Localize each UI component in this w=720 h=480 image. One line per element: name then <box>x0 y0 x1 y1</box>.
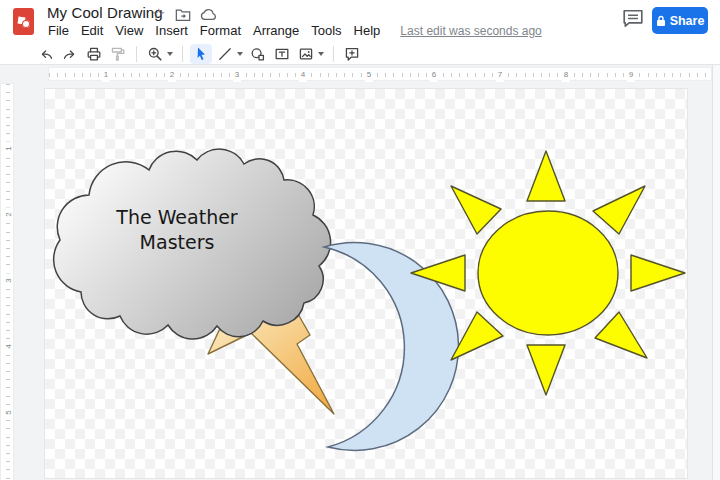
line-dropdown-caret[interactable] <box>237 52 243 56</box>
toolbar-divider <box>333 46 334 62</box>
ruler-number: 3 <box>233 68 241 82</box>
menu-arrange[interactable]: Arrange <box>247 22 305 40</box>
menu-tools[interactable]: Tools <box>305 22 347 40</box>
sun-ray-top <box>527 151 565 201</box>
share-label: Share <box>670 14 705 28</box>
last-edit-link[interactable]: Last edit was seconds ago <box>400 24 541 38</box>
toolbar-divider <box>182 46 183 62</box>
vertical-ruler[interactable]: 1 2 3 4 5 <box>0 83 14 480</box>
vertical-scrollbar[interactable] <box>712 65 720 480</box>
share-button[interactable]: Share <box>652 7 708 34</box>
sun-ray-right <box>631 255 685 291</box>
toolbar <box>0 44 720 64</box>
sun-ray-bottom-right <box>595 312 647 358</box>
sun-body <box>478 211 618 335</box>
menu-edit[interactable]: Edit <box>75 22 109 40</box>
google-drawings-window: My Cool Drawing ☆ File Edit View Insert … <box>0 0 720 480</box>
ruler-number: 7 <box>496 68 504 82</box>
sun-ray-top-left <box>451 186 501 234</box>
insert-comment-button[interactable] <box>341 44 363 64</box>
drawings-logo[interactable] <box>13 8 34 35</box>
menu-view[interactable]: View <box>109 22 149 40</box>
ruler-number: 2 <box>168 68 176 82</box>
sun-ray-top-right <box>593 186 645 234</box>
drawing-canvas[interactable]: The Weather Masters <box>44 88 688 479</box>
star-icon[interactable]: ☆ <box>152 6 165 22</box>
menu-help[interactable]: Help <box>348 22 387 40</box>
horizontal-ruler[interactable]: 1 2 3 4 5 6 7 8 9 <box>48 67 712 81</box>
ruler-ticks <box>49 73 711 77</box>
ruler-number: 5 <box>365 68 373 82</box>
select-tool-button[interactable] <box>190 44 212 64</box>
image-dropdown-caret[interactable] <box>318 52 324 56</box>
ruler-number: 1 <box>4 142 13 156</box>
logo-circle <box>22 20 30 28</box>
ruler-number: 6 <box>430 68 438 82</box>
sun-shape[interactable] <box>411 151 685 395</box>
undo-button[interactable] <box>35 44 57 64</box>
redo-button[interactable] <box>59 44 81 64</box>
ruler-number: 3 <box>4 274 13 288</box>
ruler-number: 5 <box>4 406 13 420</box>
print-button[interactable] <box>83 44 105 64</box>
workspace: 1 2 3 4 5 6 7 8 9 1 2 3 4 5 <box>0 64 720 480</box>
ruler-number: 4 <box>299 68 307 82</box>
ruler-number: 4 <box>4 340 13 354</box>
comment-history-button[interactable] <box>622 9 646 31</box>
document-title[interactable]: My Cool Drawing <box>47 4 163 21</box>
insert-image-button[interactable] <box>295 44 317 64</box>
menu-bar: File Edit View Insert Format Arrange Too… <box>42 22 542 40</box>
ruler-number: 2 <box>4 208 13 222</box>
line-tool-button[interactable] <box>214 44 236 64</box>
menu-file[interactable]: File <box>42 22 75 40</box>
zoom-tool-button[interactable] <box>144 44 166 64</box>
menu-format[interactable]: Format <box>194 22 247 40</box>
ruler-number: 9 <box>627 68 635 82</box>
lock-icon <box>656 15 666 27</box>
text-box-button[interactable] <box>271 44 293 64</box>
zoom-dropdown-caret[interactable] <box>167 52 173 56</box>
cloud-text-line2[interactable]: Masters <box>140 231 215 253</box>
ruler-number: 8 <box>562 68 570 82</box>
menu-insert[interactable]: Insert <box>149 22 194 40</box>
cloud-text-line1[interactable]: The Weather <box>115 206 238 228</box>
ruler-number: 1 <box>102 68 110 82</box>
paint-format-button[interactable] <box>107 44 129 64</box>
app-header: My Cool Drawing ☆ File Edit View Insert … <box>0 0 720 44</box>
shape-tool-button[interactable] <box>247 44 269 64</box>
sun-ray-bottom <box>527 345 565 395</box>
sun-ray-bottom-left <box>451 312 503 360</box>
toolbar-divider <box>136 46 137 62</box>
